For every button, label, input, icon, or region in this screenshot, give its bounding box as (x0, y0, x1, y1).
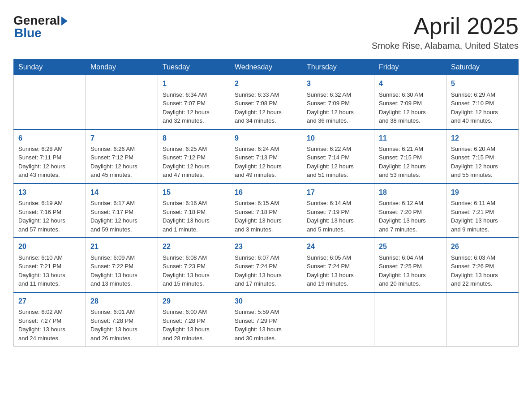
calendar-cell: 9Sunrise: 6:24 AMSunset: 7:13 PMDaylight… (230, 129, 302, 184)
day-info: Sunrise: 6:30 AMSunset: 7:09 PMDaylight:… (379, 90, 442, 125)
day-number: 28 (90, 296, 153, 306)
weekday-header-thursday: Thursday (302, 60, 374, 75)
day-number: 14 (90, 188, 153, 197)
calendar-cell (14, 75, 86, 129)
day-info: Sunrise: 6:16 AMSunset: 7:18 PMDaylight:… (163, 199, 225, 234)
calendar-cell: 28Sunrise: 6:01 AMSunset: 7:28 PMDayligh… (86, 292, 158, 347)
day-number: 2 (235, 79, 297, 89)
day-number: 18 (379, 188, 442, 197)
day-number: 19 (451, 188, 514, 197)
day-info: Sunrise: 6:09 AMSunset: 7:22 PMDaylight:… (90, 253, 153, 288)
weekday-header-saturday: Saturday (446, 60, 519, 75)
calendar-cell: 6Sunrise: 6:28 AMSunset: 7:11 PMDaylight… (14, 129, 86, 184)
calendar-cell: 8Sunrise: 6:25 AMSunset: 7:12 PMDaylight… (158, 129, 230, 184)
calendar-cell: 24Sunrise: 6:05 AMSunset: 7:24 PMDayligh… (302, 238, 374, 292)
day-number: 11 (379, 133, 442, 143)
day-number: 15 (163, 188, 225, 197)
page-header: General Blue April 2025 Smoke Rise, Alab… (13, 13, 519, 51)
day-info: Sunrise: 6:21 AMSunset: 7:15 PMDaylight:… (379, 145, 442, 180)
calendar-cell: 1Sunrise: 6:34 AMSunset: 7:07 PMDaylight… (158, 75, 230, 129)
calendar-cell: 18Sunrise: 6:12 AMSunset: 7:20 PMDayligh… (374, 184, 446, 238)
day-number: 6 (18, 133, 81, 143)
calendar-cell: 2Sunrise: 6:33 AMSunset: 7:08 PMDaylight… (230, 75, 302, 129)
day-number: 26 (451, 242, 514, 252)
calendar-cell: 16Sunrise: 6:15 AMSunset: 7:18 PMDayligh… (230, 184, 302, 238)
calendar-cell (446, 292, 519, 347)
calendar-week-4: 20Sunrise: 6:10 AMSunset: 7:21 PMDayligh… (14, 238, 519, 292)
day-info: Sunrise: 6:22 AMSunset: 7:14 PMDaylight:… (307, 145, 369, 180)
day-info: Sunrise: 6:05 AMSunset: 7:24 PMDaylight:… (307, 253, 369, 288)
calendar-week-2: 6Sunrise: 6:28 AMSunset: 7:11 PMDaylight… (14, 129, 519, 184)
day-number: 17 (307, 188, 369, 197)
calendar-cell: 4Sunrise: 6:30 AMSunset: 7:09 PMDaylight… (374, 75, 446, 129)
day-info: Sunrise: 6:12 AMSunset: 7:20 PMDaylight:… (379, 199, 442, 234)
weekday-header-row: SundayMondayTuesdayWednesdayThursdayFrid… (14, 60, 519, 75)
day-info: Sunrise: 6:29 AMSunset: 7:10 PMDaylight:… (451, 90, 514, 125)
calendar-cell: 21Sunrise: 6:09 AMSunset: 7:22 PMDayligh… (86, 238, 158, 292)
location-subtitle: Smoke Rise, Alabama, United States (372, 41, 519, 51)
calendar-cell: 7Sunrise: 6:26 AMSunset: 7:12 PMDaylight… (86, 129, 158, 184)
day-info: Sunrise: 6:34 AMSunset: 7:07 PMDaylight:… (163, 90, 225, 125)
day-info: Sunrise: 6:17 AMSunset: 7:17 PMDaylight:… (90, 199, 153, 234)
day-number: 22 (163, 242, 225, 252)
logo-arrow-icon (61, 17, 68, 26)
day-number: 25 (379, 242, 442, 252)
day-number: 4 (379, 79, 442, 89)
day-info: Sunrise: 6:26 AMSunset: 7:12 PMDaylight:… (90, 145, 153, 180)
calendar-cell: 22Sunrise: 6:08 AMSunset: 7:23 PMDayligh… (158, 238, 230, 292)
title-area: April 2025 Smoke Rise, Alabama, United S… (372, 13, 519, 51)
day-number: 3 (307, 79, 369, 89)
calendar-cell: 17Sunrise: 6:14 AMSunset: 7:19 PMDayligh… (302, 184, 374, 238)
logo: General Blue (13, 13, 68, 40)
day-info: Sunrise: 6:14 AMSunset: 7:19 PMDaylight:… (307, 199, 369, 234)
day-number: 21 (90, 242, 153, 252)
calendar-cell: 27Sunrise: 6:02 AMSunset: 7:27 PMDayligh… (14, 292, 86, 347)
day-info: Sunrise: 6:01 AMSunset: 7:28 PMDaylight:… (90, 308, 153, 342)
calendar-cell: 13Sunrise: 6:19 AMSunset: 7:16 PMDayligh… (14, 184, 86, 238)
day-info: Sunrise: 6:03 AMSunset: 7:26 PMDaylight:… (451, 253, 514, 288)
calendar-week-1: 1Sunrise: 6:34 AMSunset: 7:07 PMDaylight… (14, 75, 519, 129)
month-title: April 2025 (372, 13, 519, 39)
day-number: 29 (163, 296, 225, 306)
logo-blue: Blue (14, 26, 42, 40)
calendar-cell: 19Sunrise: 6:11 AMSunset: 7:21 PMDayligh… (446, 184, 519, 238)
weekday-header-monday: Monday (86, 60, 158, 75)
day-number: 7 (90, 133, 153, 143)
weekday-header-friday: Friday (374, 60, 446, 75)
day-info: Sunrise: 6:00 AMSunset: 7:28 PMDaylight:… (163, 308, 225, 342)
day-number: 24 (307, 242, 369, 252)
day-number: 10 (307, 133, 369, 143)
day-number: 5 (451, 79, 514, 89)
calendar-cell (86, 75, 158, 129)
day-number: 23 (235, 242, 297, 252)
day-number: 13 (18, 188, 81, 197)
day-number: 8 (163, 133, 225, 143)
day-info: Sunrise: 6:02 AMSunset: 7:27 PMDaylight:… (18, 308, 81, 342)
calendar-cell: 5Sunrise: 6:29 AMSunset: 7:10 PMDaylight… (446, 75, 519, 129)
day-info: Sunrise: 6:11 AMSunset: 7:21 PMDaylight:… (451, 199, 514, 234)
day-info: Sunrise: 6:08 AMSunset: 7:23 PMDaylight:… (163, 253, 225, 288)
day-number: 20 (18, 242, 81, 252)
day-number: 27 (18, 296, 81, 306)
weekday-header-wednesday: Wednesday (230, 60, 302, 75)
day-info: Sunrise: 6:10 AMSunset: 7:21 PMDaylight:… (18, 253, 81, 288)
day-info: Sunrise: 5:59 AMSunset: 7:29 PMDaylight:… (235, 308, 297, 342)
calendar-week-5: 27Sunrise: 6:02 AMSunset: 7:27 PMDayligh… (14, 292, 519, 347)
day-number: 16 (235, 188, 297, 197)
calendar-cell: 15Sunrise: 6:16 AMSunset: 7:18 PMDayligh… (158, 184, 230, 238)
day-number: 30 (235, 296, 297, 306)
day-number: 12 (451, 133, 514, 143)
calendar-cell: 25Sunrise: 6:04 AMSunset: 7:25 PMDayligh… (374, 238, 446, 292)
day-info: Sunrise: 6:07 AMSunset: 7:24 PMDaylight:… (235, 253, 297, 288)
day-info: Sunrise: 6:33 AMSunset: 7:08 PMDaylight:… (235, 90, 297, 125)
day-info: Sunrise: 6:19 AMSunset: 7:16 PMDaylight:… (18, 199, 81, 234)
day-number: 1 (163, 79, 225, 89)
calendar-table: SundayMondayTuesdayWednesdayThursdayFrid… (13, 59, 519, 347)
day-info: Sunrise: 6:04 AMSunset: 7:25 PMDaylight:… (379, 253, 442, 288)
day-number: 9 (235, 133, 297, 143)
calendar-cell: 30Sunrise: 5:59 AMSunset: 7:29 PMDayligh… (230, 292, 302, 347)
day-info: Sunrise: 6:28 AMSunset: 7:11 PMDaylight:… (18, 145, 81, 180)
calendar-cell: 23Sunrise: 6:07 AMSunset: 7:24 PMDayligh… (230, 238, 302, 292)
weekday-header-tuesday: Tuesday (158, 60, 230, 75)
day-info: Sunrise: 6:15 AMSunset: 7:18 PMDaylight:… (235, 199, 297, 234)
